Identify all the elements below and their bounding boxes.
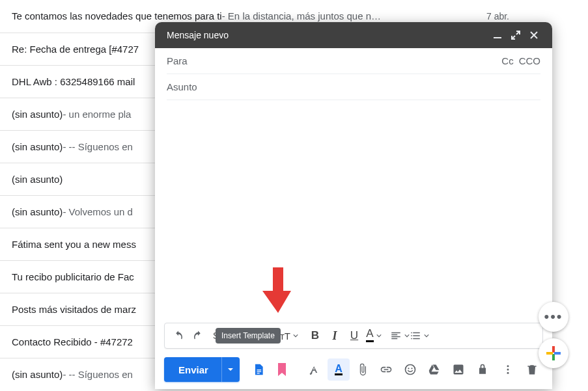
text-color-icon: A bbox=[366, 329, 373, 342]
cc-toggle[interactable]: Cc bbox=[496, 55, 513, 66]
minimize-icon[interactable] bbox=[488, 26, 507, 44]
italic-button[interactable]: I bbox=[325, 325, 344, 346]
font-size-button[interactable]: тT bbox=[279, 325, 299, 346]
row-subject: (sin asunto) bbox=[12, 369, 63, 380]
chevron-down-icon bbox=[424, 333, 429, 338]
bcc-toggle[interactable]: CCO bbox=[514, 55, 540, 66]
row-subject: Tu recibo publicitario de Fac bbox=[12, 271, 134, 282]
underline-button[interactable]: U bbox=[344, 325, 364, 346]
row-subject: Posts más visitados de marz bbox=[12, 304, 136, 315]
row-snippet: - En la distancia, más juntos que n… bbox=[222, 10, 381, 21]
bookmark-icon bbox=[276, 363, 288, 376]
format-icon bbox=[308, 363, 321, 376]
row-subject: (sin asunto) bbox=[12, 206, 63, 217]
side-add-button[interactable] bbox=[539, 338, 568, 368]
message-body[interactable] bbox=[167, 100, 540, 323]
svg-rect-8 bbox=[552, 354, 555, 360]
row-subject: DHL Awb : 6325489166 mail bbox=[12, 76, 135, 87]
formatting-toggle-button[interactable] bbox=[303, 358, 326, 381]
text-color-icon: A bbox=[335, 364, 343, 375]
numbered-list-icon bbox=[410, 330, 421, 342]
attach-file-button[interactable] bbox=[352, 358, 374, 381]
align-button[interactable] bbox=[390, 325, 410, 346]
drive-icon bbox=[428, 363, 441, 376]
lock-clock-icon bbox=[476, 363, 489, 376]
svg-rect-0 bbox=[494, 37, 501, 38]
compose-body: Para Cc CCO Asunto bbox=[155, 48, 552, 323]
chevron-down-icon bbox=[404, 333, 410, 338]
redo-button[interactable] bbox=[188, 325, 208, 346]
fullscreen-icon[interactable] bbox=[507, 26, 525, 44]
image-icon bbox=[452, 363, 465, 376]
to-placeholder: Para bbox=[167, 55, 496, 66]
row-subject: (sin asunto) bbox=[12, 141, 63, 152]
send-options-button[interactable] bbox=[221, 357, 240, 382]
confidential-mode-button[interactable] bbox=[471, 358, 494, 381]
google-plus-icon bbox=[545, 345, 562, 362]
side-more-button[interactable]: ••• bbox=[539, 302, 568, 332]
insert-template-button[interactable] bbox=[272, 358, 294, 381]
insert-doc-button[interactable] bbox=[247, 358, 270, 381]
row-subject: Contacto Recibido - #47272 bbox=[12, 336, 133, 347]
svg-point-2 bbox=[408, 368, 410, 369]
emoji-icon bbox=[404, 363, 417, 376]
subject-placeholder: Asunto bbox=[167, 81, 540, 92]
subject-field[interactable]: Asunto bbox=[167, 74, 540, 100]
italic-icon: I bbox=[332, 329, 337, 343]
chevron-down-icon bbox=[376, 333, 382, 338]
bold-icon: B bbox=[311, 329, 319, 342]
compose-action-bar: Enviar A bbox=[155, 354, 552, 389]
row-snippet: - -- Síguenos en bbox=[63, 369, 133, 380]
svg-point-6 bbox=[507, 372, 509, 374]
to-field[interactable]: Para Cc CCO bbox=[167, 48, 540, 74]
svg-rect-10 bbox=[554, 352, 561, 355]
align-left-icon bbox=[390, 330, 402, 342]
chevron-down-icon bbox=[293, 333, 298, 338]
text-size-icon: тT bbox=[280, 330, 290, 342]
svg-point-4 bbox=[507, 365, 509, 367]
document-icon bbox=[252, 363, 265, 376]
more-vertical-icon bbox=[502, 364, 514, 375]
row-snippet: - Volvemos un d bbox=[63, 206, 133, 217]
row-subject: (sin asunto) bbox=[12, 174, 63, 185]
text-color-action[interactable]: A bbox=[328, 358, 350, 381]
insert-photo-button[interactable] bbox=[447, 358, 469, 381]
text-color-button[interactable]: A bbox=[364, 325, 384, 346]
link-icon bbox=[380, 363, 393, 376]
list-button[interactable] bbox=[410, 325, 429, 346]
row-date: 7 abr. bbox=[471, 11, 509, 21]
insert-link-button[interactable] bbox=[376, 358, 398, 381]
chevron-down-icon bbox=[227, 366, 234, 373]
svg-rect-7 bbox=[552, 346, 555, 353]
row-subject: Te contamos las novedades que tenemos pa… bbox=[12, 10, 222, 21]
paperclip-icon bbox=[356, 363, 369, 376]
close-icon[interactable] bbox=[525, 26, 543, 44]
insert-emoji-button[interactable] bbox=[399, 358, 421, 381]
svg-point-3 bbox=[412, 368, 413, 369]
insert-template-tooltip: Insert Template bbox=[216, 328, 281, 344]
more-horizontal-icon: ••• bbox=[544, 308, 563, 325]
compose-window: Mensaje nuevo Para Cc CCO Asunto bbox=[155, 22, 552, 389]
row-subject: (sin asunto) bbox=[12, 109, 63, 120]
trash-icon bbox=[525, 363, 539, 376]
underline-icon: U bbox=[350, 329, 358, 342]
insert-drive-button[interactable] bbox=[423, 358, 445, 381]
svg-rect-9 bbox=[546, 352, 553, 355]
svg-point-5 bbox=[507, 369, 509, 371]
compose-title: Mensaje nuevo bbox=[167, 30, 488, 40]
svg-point-1 bbox=[406, 365, 415, 375]
bold-button[interactable]: B bbox=[305, 325, 325, 346]
row-snippet: - un enorme pla bbox=[63, 109, 131, 120]
more-options-button[interactable] bbox=[497, 358, 519, 381]
row-snippet: - -- Síguenos en bbox=[63, 141, 133, 152]
undo-button[interactable] bbox=[169, 325, 188, 346]
compose-header[interactable]: Mensaje nuevo bbox=[155, 22, 552, 48]
row-subject: Re: Fecha de entrega [#4727 bbox=[12, 44, 139, 55]
send-label: Enviar bbox=[164, 357, 221, 382]
row-subject: Fátima sent you a new mess bbox=[12, 239, 136, 250]
discard-draft-button[interactable] bbox=[521, 358, 543, 381]
send-button[interactable]: Enviar bbox=[164, 357, 240, 382]
